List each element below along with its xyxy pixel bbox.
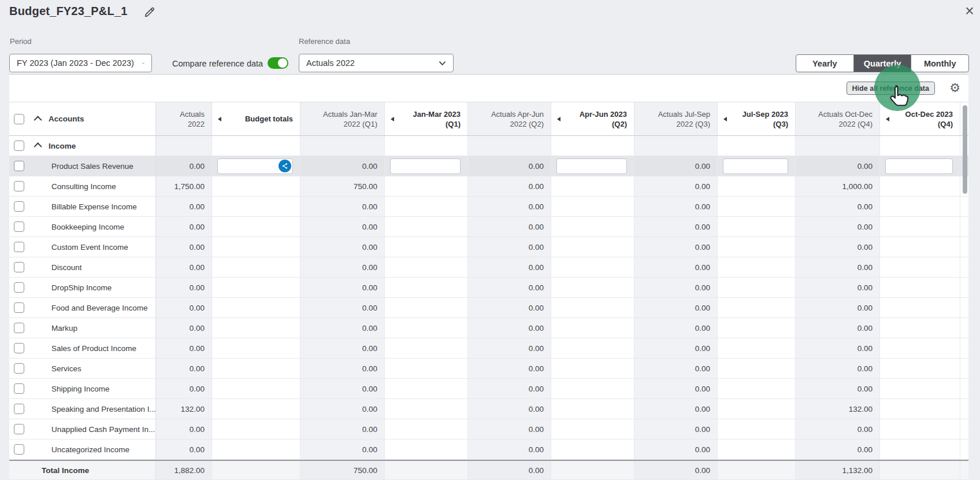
collapse-column-icon[interactable] (882, 117, 889, 121)
cell-actuals_2022: 0.00 (156, 379, 212, 398)
tab-monthly[interactable]: Monthly (911, 55, 968, 72)
cell-actuals_q3: 0.00 (634, 379, 718, 398)
table-row: Bookkeeping Income0.000.000.000.000.00 (9, 217, 968, 237)
budget-amount-input[interactable] (885, 158, 953, 174)
column-header-label: Oct-Dec 2023(Q4) (905, 109, 953, 129)
reference-value: 0.00 (362, 263, 377, 272)
account-cell: Shipping Income (9, 379, 156, 398)
reference-value: 0.00 (190, 425, 205, 434)
chevron-down-icon (142, 61, 144, 66)
collapse-column-icon[interactable] (554, 117, 560, 121)
collapse-all-rows-icon[interactable] (34, 116, 42, 124)
account-cell: Food and Beverage Income (9, 298, 156, 317)
account-name: Markup (51, 324, 77, 333)
row-select-checkbox[interactable] (14, 404, 24, 414)
gear-icon[interactable]: ⚙ (949, 80, 960, 96)
budget-amount-input[interactable] (390, 158, 461, 174)
cell-q1_2023 (385, 419, 468, 439)
period-select[interactable]: FY 2023 (Jan 2023 - Dec 2023) (9, 54, 152, 72)
reference-value: 132.00 (181, 405, 205, 413)
cell-budget_totals (212, 298, 300, 317)
row-select-checkbox[interactable] (14, 262, 24, 272)
cell-q2_2023 (551, 379, 634, 398)
cell-q4_2023 (880, 318, 960, 338)
compare-reference-toggle[interactable] (268, 57, 288, 69)
account-name: Product Sales Revenue (51, 162, 133, 171)
group-label: Income (49, 142, 76, 150)
reference-data-select[interactable]: Actuals 2022 (299, 54, 454, 72)
row-select-checkbox[interactable] (14, 201, 24, 212)
table-row: Product Sales Revenue0.000.000.000.000.0… (9, 156, 968, 176)
vertical-scrollbar-thumb[interactable] (963, 105, 967, 194)
reference-value: 0.00 (695, 445, 710, 454)
budget-amount-input[interactable] (556, 158, 627, 174)
reference-value: 0.00 (858, 162, 873, 171)
cell-q3_2023 (718, 298, 796, 317)
reference-value: 0.00 (362, 425, 377, 434)
group-select-checkbox[interactable] (14, 141, 24, 151)
table-row: Food and Beverage Income0.000.000.000.00… (9, 298, 968, 318)
reference-value: 0.00 (695, 223, 710, 231)
cell-actuals_q2: 0.00 (468, 399, 551, 419)
reference-value: 0.00 (529, 405, 544, 413)
select-all-checkbox[interactable] (14, 114, 24, 124)
row-select-checkbox[interactable] (14, 424, 24, 434)
account-name: Bookkeeping Income (51, 223, 124, 231)
cell-actuals_q1: 0.00 (300, 237, 385, 257)
collapse-column-icon[interactable] (387, 117, 394, 121)
tab-yearly[interactable]: Yearly (796, 55, 853, 72)
column-header-actuals_q4: Actuals Oct-Dec2022 (Q4) (796, 102, 880, 135)
account-cell: Consulting Income (9, 176, 156, 196)
group-cell-actuals_q2 (468, 136, 551, 156)
cell-q2_2023 (551, 338, 634, 358)
header-line: Actuals Jan-Mar (323, 109, 377, 119)
cell-q4_2023 (880, 217, 960, 237)
budget-amount-input[interactable] (723, 158, 788, 174)
tab-quarterly[interactable]: Quarterly (853, 55, 911, 72)
collapse-group-icon[interactable] (34, 142, 42, 150)
row-select-checkbox[interactable] (14, 383, 24, 394)
row-select-checkbox[interactable] (14, 181, 24, 191)
reference-value: 0.00 (190, 162, 205, 171)
row-select-checkbox[interactable] (14, 363, 24, 374)
row-select-checkbox[interactable] (14, 444, 24, 455)
cell-q3_2023 (718, 176, 796, 196)
row-select-checkbox[interactable] (14, 221, 24, 232)
column-header-actuals_q1: Actuals Jan-Mar2022 (Q1) (300, 102, 385, 135)
collapse-column-icon[interactable] (214, 117, 221, 121)
cell-actuals_q4: 0.00 (796, 217, 880, 237)
cell-actuals_2022: 0.00 (156, 217, 212, 237)
column-header-label: Actuals2022 (180, 109, 205, 129)
table-row: Uncategorized Income0.000.000.000.000.00 (9, 440, 968, 460)
edit-title-pencil-icon[interactable] (143, 6, 156, 19)
reference-value: 0.00 (190, 364, 205, 373)
reference-value: 0.00 (695, 344, 710, 353)
close-icon[interactable]: × (965, 1, 974, 21)
cell-actuals_q3: 0.00 (634, 237, 718, 257)
row-select-checkbox[interactable] (14, 242, 24, 252)
row-select-checkbox[interactable] (14, 323, 24, 333)
cell-actuals_q1: 0.00 (300, 278, 385, 297)
header-line: 2022 (180, 119, 205, 129)
cell-q2_2023 (551, 298, 634, 317)
row-select-checkbox[interactable] (14, 161, 24, 171)
header-line: Budget totals (245, 114, 293, 124)
accounts-header-label: Accounts (49, 115, 84, 123)
reference-value: 0.00 (858, 223, 873, 231)
spread-value-button[interactable] (279, 160, 291, 172)
reference-value: 0.00 (858, 364, 873, 373)
reference-value: 0.00 (858, 283, 873, 292)
cell-q2_2023 (551, 318, 634, 338)
row-select-checkbox[interactable] (14, 302, 24, 313)
cell-q1_2023 (385, 298, 468, 317)
hide-all-reference-data-button[interactable]: Hide all reference data (847, 82, 935, 95)
cell-actuals_q3: 0.00 (634, 176, 718, 196)
table-row: DropShip Income0.000.000.000.000.00 (9, 278, 968, 298)
row-select-checkbox[interactable] (14, 343, 24, 353)
reference-value: 0.00 (695, 405, 710, 413)
collapse-column-icon[interactable] (720, 117, 727, 121)
cell-budget_totals (212, 257, 300, 277)
row-select-checkbox[interactable] (14, 282, 24, 293)
cell-q1_2023 (385, 338, 468, 358)
cell-actuals_q3: 0.00 (634, 359, 718, 378)
